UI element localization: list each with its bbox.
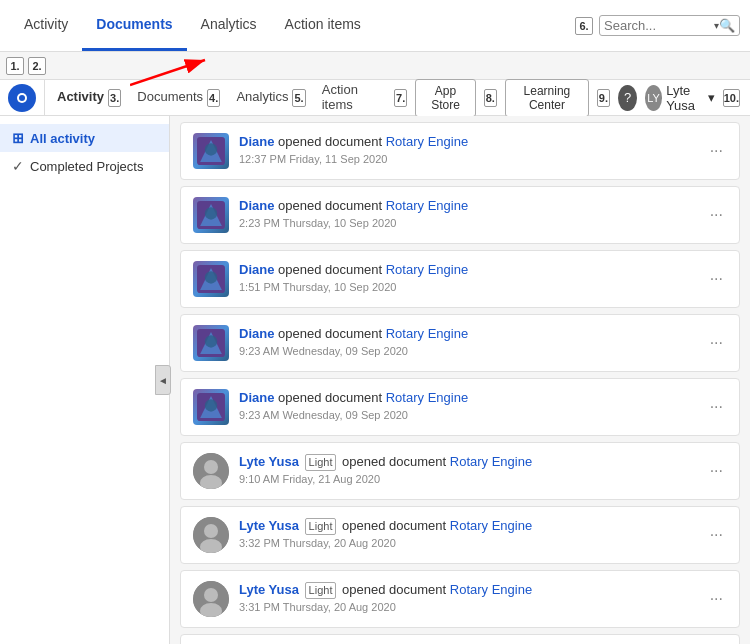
more-options-button[interactable]: ··· [706,462,727,480]
activity-item: Diane opened document Rotary Engine 9:23… [180,378,740,436]
svg-point-24 [204,524,218,538]
svg-point-16 [205,335,217,347]
more-options-button[interactable]: ··· [706,206,727,224]
activity-time: 3:32 PM Thursday, 20 Aug 2020 [239,537,696,549]
sub-nav-bar: Activity 3. Documents 4. Analytics 5. Ac… [0,80,750,116]
user-avatar: LY [645,85,662,111]
activity-text: Lyte Yusa Light opened document Rotary E… [239,517,696,535]
top-nav-tab-analytics[interactable]: Analytics [187,0,271,51]
activity-item: Lyte Yusa Light opened document Rotary E… [180,570,740,628]
svg-line-1 [130,60,205,85]
sidebar-collapse-button[interactable]: ◄ [155,365,171,395]
logo-icon [12,88,32,108]
sub-nav-right: 7. App Store 8. Learning Center 9. ? LY … [384,79,750,117]
activity-text: Lyte Yusa Light opened document Rotary E… [239,581,696,599]
user-link[interactable]: Diane [239,390,274,405]
sub-nav-tab-activity[interactable]: Activity [45,80,116,115]
search-container: ▾ 🔍 [599,15,740,36]
sub-nav-tab-actionitems[interactable]: Action items [310,80,384,115]
main-area: ⊞ All activity ✓ Completed Projects ◄ [0,116,750,644]
activity-time: 12:37 PM Friday, 11 Sep 2020 [239,153,696,165]
activity-text: Diane opened document Rotary Engine [239,389,696,407]
top-nav-tab-actionitems[interactable]: Action items [271,0,375,51]
lyte-avatar-image [193,453,229,489]
collapse-icon: ◄ [158,375,168,386]
user-link[interactable]: Lyte Yusa [239,582,299,597]
user-dropdown-icon: ▾ [708,90,715,105]
diane-avatar-image [197,329,225,357]
svg-point-21 [204,460,218,474]
document-link[interactable]: Rotary Engine [450,454,532,469]
activity-time: 2:23 PM Thursday, 10 Sep 2020 [239,217,696,229]
activity-content: Lyte Yusa Light opened document Rotary E… [239,517,696,549]
top-nav-tab-activity[interactable]: Activity [10,0,82,51]
annotation-badge-2: 2. [28,57,46,75]
user-link[interactable]: Diane [239,198,274,213]
top-nav-right: 6. ▾ 🔍 [575,15,740,36]
user-link[interactable]: Diane [239,262,274,277]
sidebar-item-all-activity[interactable]: ⊞ All activity [0,124,169,152]
app-logo[interactable] [8,84,36,112]
activity-content: Diane opened document Rotary Engine 9:23… [239,325,696,357]
document-link[interactable]: Rotary Engine [386,262,468,277]
svg-point-19 [205,399,217,411]
document-link[interactable]: Rotary Engine [450,518,532,533]
activity-text: Lyte Yusa Light opened document Rotary E… [239,453,696,471]
annotation-badge-6: 6. [575,17,593,35]
svg-point-13 [205,271,217,283]
learning-center-button[interactable]: Learning Center [505,79,589,117]
help-button[interactable]: ? [618,85,637,111]
diane-avatar-image [197,201,225,229]
user-menu-button[interactable]: LY Lyte Yusa ▾ [645,83,715,113]
search-input[interactable] [604,18,714,33]
annotation-badge-3: 3. [108,89,121,107]
sidebar-item-completed-projects-label: Completed Projects [30,159,143,174]
annotation-badge-1: 1. [6,57,24,75]
all-activity-icon: ⊞ [12,130,24,146]
more-options-button[interactable]: ··· [706,526,727,544]
user-link[interactable]: Diane [239,326,274,341]
avatar [193,325,229,361]
more-options-button[interactable]: ··· [706,270,727,288]
sidebar-item-completed-projects[interactable]: ✓ Completed Projects [0,152,169,180]
document-link[interactable]: Rotary Engine [386,326,468,341]
annotation-badge-10: 10. [723,89,740,107]
svg-point-27 [204,588,218,602]
document-link[interactable]: Rotary Engine [386,198,468,213]
activity-item: Lyte Yusa Light opened document Rotary E… [180,506,740,564]
lyte-avatar-image [193,517,229,553]
top-nav-tab-documents[interactable]: Documents [82,0,186,51]
sub-nav-tab-analytics[interactable]: Analytics [224,80,300,115]
more-options-button[interactable]: ··· [706,142,727,160]
user-link[interactable]: Diane [239,134,274,149]
annotation-badge-8: 8. [484,89,497,107]
top-nav-bar: Activity Documents Analytics Action item… [0,0,750,52]
diane-avatar-image [197,137,225,165]
search-icon[interactable]: 🔍 [719,18,735,33]
activity-item: Diane opened document Rotary Engine 9:23… [180,314,740,372]
activity-time: 3:31 PM Thursday, 20 Aug 2020 [239,601,696,613]
action-text: opened document [278,326,386,341]
activity-time: 9:23 AM Wednesday, 09 Sep 2020 [239,345,696,357]
more-options-button[interactable]: ··· [706,334,727,352]
more-options-button[interactable]: ··· [706,590,727,608]
activity-text: Diane opened document Rotary Engine [239,133,696,151]
activity-content: Diane opened document Rotary Engine 2:23… [239,197,696,229]
sidebar: ⊞ All activity ✓ Completed Projects [0,116,170,644]
red-arrow [130,55,230,95]
annotation-badge-9: 9. [597,89,610,107]
lyte-avatar-image [193,581,229,617]
svg-point-4 [19,95,25,101]
action-text: opened document [278,134,386,149]
user-link[interactable]: Lyte Yusa [239,518,299,533]
activity-content: Diane opened document Rotary Engine 9:23… [239,389,696,421]
document-link[interactable]: Rotary Engine [386,390,468,405]
document-link[interactable]: Rotary Engine [386,134,468,149]
app-store-button[interactable]: App Store [415,79,475,117]
user-type-badge: Light [305,518,337,535]
annotation-row-1: 1. 2. [0,52,750,80]
document-link[interactable]: Rotary Engine [450,582,532,597]
more-options-button[interactable]: ··· [706,398,727,416]
user-type-badge: Light [305,454,337,471]
user-link[interactable]: Lyte Yusa [239,454,299,469]
